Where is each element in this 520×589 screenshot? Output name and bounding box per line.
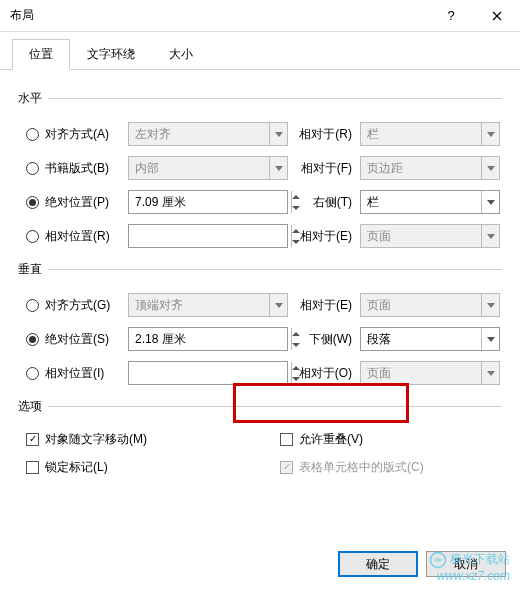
chevron-down-icon [481, 157, 499, 179]
check-move-with-text[interactable]: ✓ [26, 433, 39, 446]
combo-vert-align[interactable]: 顶端对齐 [128, 293, 288, 317]
vert-rel-row: 相对位置(I) 相对于(O) 页面 [18, 356, 502, 390]
input-vert-abs[interactable] [129, 328, 291, 350]
close-icon [492, 11, 502, 21]
titlebar: 布局 ? [0, 0, 520, 32]
chevron-down-icon [481, 225, 499, 247]
chevron-down-icon [481, 362, 499, 384]
chevron-down-icon [481, 294, 499, 316]
radio-horiz-book[interactable] [26, 162, 39, 175]
combo-horiz-book[interactable]: 内部 [128, 156, 288, 180]
check-table-layout: ✓ [280, 461, 293, 474]
combo-vert-align-rel[interactable]: 页面 [360, 293, 500, 317]
combo-horiz-abs-rel[interactable]: 栏 [360, 190, 500, 214]
opt-move-with-text[interactable]: ✓对象随文字移动(M) [26, 425, 260, 453]
vert-abs-row: 绝对位置(S) 下侧(W) 段落 [18, 322, 502, 356]
combo-vert-abs-rel[interactable]: 段落 [360, 327, 500, 351]
section-options: 选项 [18, 398, 502, 415]
section-vertical: 垂直 [18, 261, 502, 278]
combo-horiz-align[interactable]: 左对齐 [128, 122, 288, 146]
close-button[interactable] [474, 0, 520, 32]
horiz-rel-row: 相对位置(R) 相对于(E) 页面 [18, 219, 502, 253]
chevron-down-icon [481, 123, 499, 145]
spinner-horiz-rel[interactable] [128, 224, 288, 248]
tabs: 位置 文字环绕 大小 [0, 32, 520, 70]
spinner-horiz-abs[interactable] [128, 190, 288, 214]
combo-horiz-align-rel[interactable]: 栏 [360, 122, 500, 146]
tab-position[interactable]: 位置 [12, 39, 70, 70]
chevron-down-icon [481, 328, 499, 350]
input-vert-rel[interactable] [129, 362, 291, 384]
vert-align-row: 对齐方式(G) 顶端对齐 相对于(E) 页面 [18, 288, 502, 322]
horiz-book-row: 书籍版式(B) 内部 相对于(F) 页边距 [18, 151, 502, 185]
radio-horiz-rel[interactable] [26, 230, 39, 243]
combo-horiz-rel-rel[interactable]: 页面 [360, 224, 500, 248]
horiz-align-row: 对齐方式(A) 左对齐 相对于(R) 栏 [18, 117, 502, 151]
footer: 确定 取消 [338, 551, 506, 577]
chevron-down-icon [269, 123, 287, 145]
spinner-vert-rel[interactable] [128, 361, 288, 385]
spinner-vert-abs[interactable] [128, 327, 288, 351]
radio-vert-rel[interactable] [26, 367, 39, 380]
opt-lock-anchor[interactable]: 锁定标记(L) [26, 453, 260, 481]
opt-allow-overlap[interactable]: 允许重叠(V) [260, 425, 494, 453]
window-title: 布局 [10, 7, 428, 24]
combo-vert-rel-rel[interactable]: 页面 [360, 361, 500, 385]
tab-size[interactable]: 大小 [152, 39, 210, 70]
cancel-button[interactable]: 取消 [426, 551, 506, 577]
chevron-down-icon [481, 191, 499, 213]
tab-textwrap[interactable]: 文字环绕 [70, 39, 152, 70]
help-button[interactable]: ? [428, 0, 474, 32]
check-allow-overlap[interactable] [280, 433, 293, 446]
input-horiz-abs[interactable] [129, 191, 291, 213]
radio-horiz-align[interactable] [26, 128, 39, 141]
chevron-down-icon [269, 294, 287, 316]
input-horiz-rel[interactable] [129, 225, 291, 247]
radio-horiz-abs[interactable] [26, 196, 39, 209]
combo-horiz-book-rel[interactable]: 页边距 [360, 156, 500, 180]
radio-vert-abs[interactable] [26, 333, 39, 346]
radio-vert-align[interactable] [26, 299, 39, 312]
section-horizontal: 水平 [18, 90, 502, 107]
ok-button[interactable]: 确定 [338, 551, 418, 577]
opt-table-layout: ✓表格单元格中的版式(C) [260, 453, 494, 481]
chevron-down-icon [269, 157, 287, 179]
check-lock-anchor[interactable] [26, 461, 39, 474]
horiz-abs-row: 绝对位置(P) 右侧(T) 栏 [18, 185, 502, 219]
